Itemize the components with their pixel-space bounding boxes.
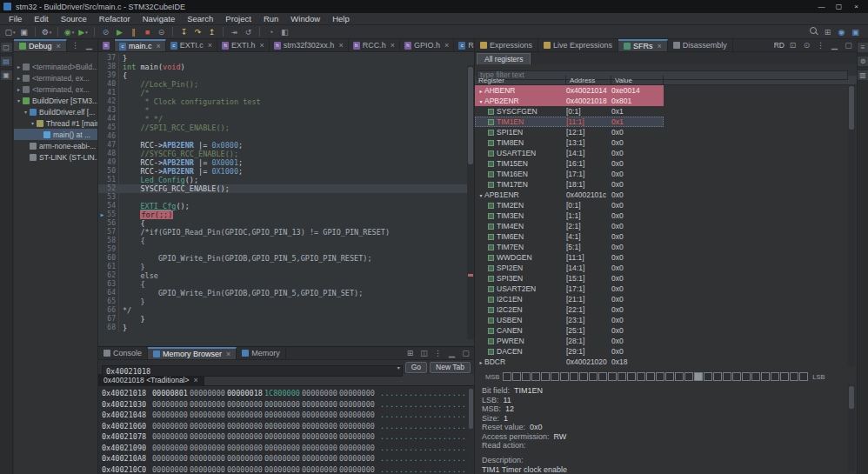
sfr-row-ahbenr[interactable]: ▸AHBENR0x400210140xe0014 [475, 85, 664, 96]
memory-value[interactable]: 00000000 [152, 454, 190, 463]
menu-edit[interactable]: Edit [28, 14, 54, 23]
expand-arrow-icon[interactable]: ▸ [477, 359, 484, 365]
memory-value[interactable]: 00000000 [152, 400, 190, 409]
menu-run[interactable]: Run [257, 14, 284, 23]
expand-arrow-icon[interactable]: ▾ [16, 97, 22, 103]
memory-row[interactable]: 0x400210180000080100000000000000181C8000… [102, 388, 474, 399]
bit-1-checkbox[interactable] [790, 372, 798, 381]
close-icon[interactable]: × [157, 42, 161, 50]
scrollbar-thumb[interactable] [849, 386, 854, 409]
memory-value[interactable]: 00000000 [302, 411, 339, 419]
menu-file[interactable]: File [3, 14, 28, 23]
sfr-row-spi2en[interactable]: SPI2EN[14:1]0x0 [475, 263, 664, 273]
memory-value[interactable]: 00000000 [302, 422, 339, 431]
expand-arrow-icon[interactable]: ▾ [477, 192, 484, 198]
memory-value[interactable]: 00000000 [339, 432, 377, 441]
tab-expressions[interactable]: Expressions [475, 39, 538, 51]
sfr-row-tim1en[interactable]: TIM1EN[11:1]0x1 [475, 117, 664, 127]
close-icon[interactable]: × [848, 1, 865, 12]
memory-value[interactable]: 00000000 [190, 454, 227, 463]
sfr-row-tim17en[interactable]: TIM17EN[18:1]0x0 [475, 179, 664, 190]
bit-0-checkbox[interactable] [799, 372, 808, 381]
close-icon[interactable]: × [391, 41, 395, 50]
debug-icon[interactable]: ◉▾ [63, 26, 75, 37]
memory-value[interactable]: 00000000 [339, 400, 377, 409]
scrollbar-thumb[interactable] [469, 389, 473, 429]
bit-5-checkbox[interactable] [751, 372, 760, 381]
sfr-row-tim15en[interactable]: TIM15EN[16:1]0x0 [475, 158, 664, 169]
memory-row[interactable]: 0x40021048000000000000000000000000000000… [102, 410, 474, 421]
memory-value[interactable]: 00000000 [339, 465, 377, 474]
project-explorer-icon[interactable]: ▤ [1, 57, 12, 66]
memory-value[interactable]: 00000000 [227, 422, 264, 431]
memory-value[interactable]: 00000000 [152, 432, 190, 441]
editor-tab-exti-c[interactable]: cEXTI.c× [166, 39, 217, 51]
minimize-icon[interactable]: — [813, 1, 830, 12]
bit-21-checkbox[interactable] [598, 372, 607, 381]
sfr-row-usart2en[interactable]: USART2EN[17:1]0x0 [475, 284, 664, 294]
sfr-row-i2c2en[interactable]: I2C2EN[22:1]0x0 [475, 304, 664, 315]
debug-tree-item-st-link-st-lin[interactable]: ST-LINK (ST-LIN... [14, 151, 97, 163]
monitor-add-icon[interactable]: ⊞ [404, 348, 416, 359]
memory-value[interactable]: 00000000 [190, 432, 227, 441]
memory-value[interactable]: 00000000 [190, 411, 227, 419]
menu-source[interactable]: Source [55, 14, 93, 23]
terminate-icon[interactable]: ■ [142, 26, 153, 37]
memory-value[interactable]: 00000000 [339, 444, 377, 452]
bit-16-checkbox[interactable] [646, 372, 655, 381]
expand-arrow-icon[interactable]: ▸ [477, 88, 484, 94]
memory-value[interactable]: 1C800000 [264, 389, 302, 397]
bit-23-checkbox[interactable] [579, 372, 588, 381]
go-button[interactable]: Go [405, 362, 427, 373]
memory-row[interactable]: 0x40021060000000000000000000000000000000… [102, 421, 474, 432]
memory-value[interactable]: 00000000 [227, 432, 264, 441]
sfr-row-tim4en[interactable]: TIM4EN[2:1]0x0 [475, 221, 664, 231]
bit-12-checkbox[interactable] [684, 372, 693, 381]
sfr-row-dacen[interactable]: DACEN[29:1]0x0 [475, 346, 664, 357]
dropdown-caret-icon[interactable]: ▾ [397, 364, 400, 371]
snippets-icon[interactable]: ▣ [1, 70, 12, 80]
editor-tab-exti-h[interactable]: hEXTI.h× [217, 39, 270, 51]
memory-row[interactable]: 0x400210A8000000000000000000000000000000… [102, 453, 474, 464]
memory-value[interactable]: 00000000 [264, 465, 302, 474]
memory-value[interactable]: 00000000 [302, 465, 339, 474]
debug-tree-item-thread-1-main[interactable]: ▾Thread #1 [main... [14, 117, 97, 129]
memory-value[interactable]: 00000000 [339, 422, 377, 431]
memory-value[interactable]: 00000000 [264, 432, 302, 441]
sfr-row-wwdgen[interactable]: WWDGEN[11:1]0x0 [475, 252, 664, 263]
close-icon[interactable]: × [260, 41, 264, 50]
sfr-row-i2c1en[interactable]: I2C1EN[21:1]0x0 [475, 294, 664, 304]
memory-value[interactable]: 00000000 [302, 444, 339, 452]
memory-value[interactable]: 00000000 [302, 389, 339, 397]
memory-value[interactable]: 00000000 [302, 454, 339, 463]
memory-value[interactable]: 00000000 [339, 411, 377, 419]
coverage-icon[interactable]: ◧ [279, 26, 290, 37]
menu-navigate[interactable]: Navigate [137, 14, 182, 23]
view-menu-icon[interactable]: ⋮ [432, 348, 444, 359]
sfr-row-tim2en[interactable]: TIM2EN[0:1]0x0 [475, 200, 664, 210]
bit-17-checkbox[interactable] [637, 372, 645, 381]
close-icon[interactable]: × [338, 41, 343, 50]
tab-console[interactable]: Console [98, 347, 148, 359]
bit-27-checkbox[interactable] [541, 372, 550, 381]
memory-value[interactable]: 00000000 [227, 465, 264, 474]
tab-live-expressions[interactable]: Live Expressions [538, 39, 618, 51]
editor-tab-icon[interactable]: h [98, 39, 115, 51]
memory-value[interactable]: 00000000 [152, 465, 190, 474]
bit-8-checkbox[interactable] [723, 372, 731, 381]
memory-value[interactable]: 00000000 [264, 422, 302, 431]
tab-disassembly[interactable]: Disassembly [668, 39, 733, 51]
memory-value[interactable]: 00000000 [264, 444, 302, 452]
memory-value[interactable]: 00000000 [339, 454, 377, 463]
sfr-row-tim7en[interactable]: TIM7EN[5:1]0x0 [475, 242, 664, 252]
all-registers-tab[interactable]: All registers [477, 53, 531, 64]
disconnect-icon[interactable]: ⊝ [156, 26, 167, 37]
c-cpp-perspective-icon[interactable]: ▣ [850, 26, 861, 37]
bit-26-checkbox[interactable] [551, 372, 559, 381]
memory-value[interactable]: 00000000 [302, 400, 339, 409]
bit-14-checkbox[interactable] [665, 372, 674, 381]
bit-22-checkbox[interactable] [589, 372, 598, 381]
memory-value[interactable]: 00000000 [190, 389, 227, 397]
editor-tab-stm32f302xx-h[interactable]: hstm32f302xx.h× [270, 39, 349, 51]
bit-29-checkbox[interactable] [522, 372, 531, 381]
